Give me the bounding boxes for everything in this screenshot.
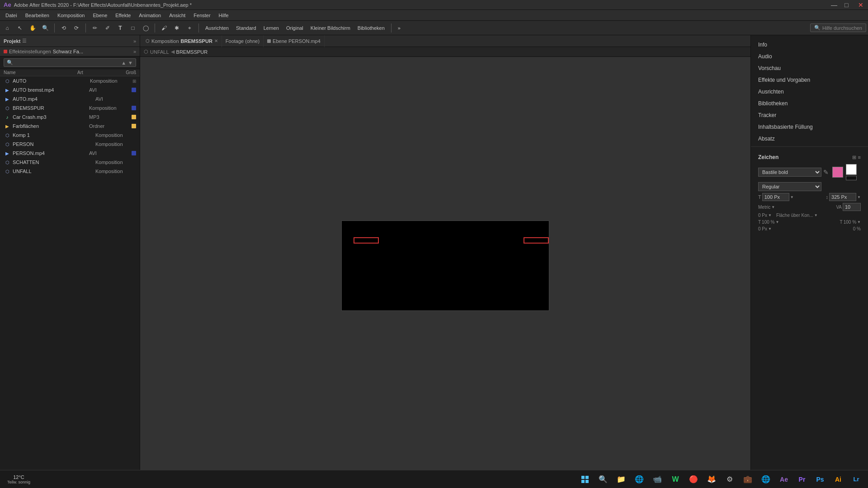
standard-button[interactable]: Standard [233,25,259,31]
ellipse-tool[interactable]: ◯ [140,23,151,33]
transparent-swatch[interactable] [846,176,857,180]
font-style-select[interactable]: Regular [758,182,821,191]
app6-button[interactable]: 🔴 [685,471,702,488]
zeichen-header[interactable]: Zeichen ⊞ ≡ [755,152,864,162]
menu-ebene[interactable]: Ebene [89,12,111,19]
bibliotheken-right-item[interactable]: Bibliotheken [751,98,868,109]
text-color-swatch[interactable] [832,167,843,178]
file-item-auto-bremst[interactable]: ▶ AUTO bremst.mp4 AVI [0,85,140,94]
lr-button[interactable]: Lr [848,471,864,488]
menu-effekte[interactable]: Effekte [112,12,134,19]
breadcrumb-bremsspur[interactable]: BREMSSPUR [176,49,208,55]
search-taskbar-button[interactable]: 🔍 [595,471,611,488]
tab-label-komposition: Komposition [151,38,179,44]
sort-up-icon[interactable]: ▲ [121,60,126,66]
file-item-farbflachen[interactable]: ▶ Farbflächen Ordner [0,122,140,131]
file-item-schatten[interactable]: ⬡ SCHATTEN Komposition [0,158,140,167]
menu-hilfe[interactable]: Hilfe [215,12,232,19]
font-size-input[interactable] [762,193,789,201]
file-item-carcrash[interactable]: ♪ Car Crash.mp3 MP3 [0,113,140,122]
video-app-button[interactable]: 📹 [649,471,665,488]
zeichen-grid-icon[interactable]: ⊞ [852,155,856,160]
file-color-swatch [132,115,136,119]
start-button[interactable] [577,471,593,488]
file-explorer-button[interactable]: 📁 [613,471,629,488]
file-item-komp1[interactable]: ⬡ Komp 1 Komposition [0,131,140,140]
line-height-input[interactable] [829,193,856,201]
menu-bearbeiten[interactable]: Bearbeiten [22,12,53,19]
tab-close-comp[interactable]: ✕ [214,38,218,43]
project-expand[interactable]: » [133,38,136,44]
paint-tool[interactable]: 🖌 [159,23,170,33]
original-button[interactable]: Original [283,25,306,31]
pen-tool[interactable]: ✏ [90,23,100,33]
audio-item[interactable]: Audio [751,51,868,62]
stroke-color-swatch[interactable] [846,164,857,175]
file-item-person-mp4[interactable]: ▶ PERSON.mp4 AVI [0,149,140,158]
chrome-button[interactable]: 🌐 [631,471,647,488]
ausrichten-button[interactable]: Ausrichten [203,25,231,31]
menu-animation[interactable]: Animation [135,12,165,19]
close-button[interactable]: ✕ [858,2,864,8]
vorschau-item[interactable]: Vorschau [751,62,868,74]
toolbar-expand[interactable]: » [395,25,403,31]
effekte-vorgaben-item[interactable]: Effekte und Vorgaben [751,74,868,86]
bibliotheken-button[interactable]: Bibliotheken [355,25,387,31]
menu-datei[interactable]: Datei [2,12,21,19]
minimize-button[interactable]: — [831,2,837,8]
file-item-person[interactable]: ⬡ PERSON Komposition [0,140,140,149]
zeichen-expand-icon[interactable]: ≡ [858,155,861,160]
rect-tool[interactable]: □ [127,23,138,33]
effect-expand[interactable]: » [133,49,136,54]
select-tool[interactable]: ↖ [14,23,25,33]
tab-ebene[interactable]: Ebene PERSON.mp4 [264,35,325,47]
hand-tool[interactable]: ✋ [27,23,38,33]
ps-button[interactable]: Ps [812,471,828,488]
font-select[interactable]: Bastile bold [758,168,821,177]
firefox-button[interactable]: 🦊 [703,471,720,488]
kleiner-bildschirm-button[interactable]: Kleiner Bildschirm [308,25,353,31]
zoom-tool[interactable]: 🔍 [40,23,51,33]
whatsapp-button[interactable]: W [667,471,684,488]
taskbar: 12°C Teilw. sonnig 🔍 📁 🌐 📹 W 🔴 🦊 [0,470,868,488]
tab-komposition[interactable]: ⬡ Komposition BREMSSPUR ✕ [142,35,222,47]
file-item-unfall[interactable]: ⬡ UNFALL Komposition [0,167,140,176]
home-tool[interactable]: ⌂ [2,23,13,33]
file-item-bremsspur[interactable]: ⬡ BREMSSPUR Komposition [0,103,140,113]
rotate-cw-tool[interactable]: ⟳ [71,23,82,33]
pr-button[interactable]: Pr [794,471,810,488]
tab-footage[interactable]: Footage (ohne) [222,35,264,47]
add-vertex-tool[interactable]: ✐ [102,23,113,33]
project-menu-icon[interactable]: ☰ [22,38,27,44]
breadcrumb-left-icon[interactable]: ⬡ [144,49,148,55]
sort-down-icon[interactable]: ▼ [128,60,133,66]
inhaltsbasierte-item[interactable]: Inhaltsbasierte Füllung [751,121,868,133]
clone-tool[interactable]: ✱ [171,23,182,33]
kerning-input[interactable] [843,203,861,211]
ausrichten-right-item[interactable]: Ausrichten [751,86,868,98]
font-edit-icon[interactable]: ✎ [823,169,829,176]
puppet-tool[interactable]: ⌖ [184,23,195,33]
lernen-button[interactable]: Lernen [261,25,282,31]
file-item-auto-mp4[interactable]: ▶ AUTO.mp4 AVI [0,94,140,103]
breadcrumb-unfall[interactable]: UNFALL [150,49,169,55]
menu-komposition[interactable]: Komposition [54,12,89,19]
info-item[interactable]: Info [751,39,868,51]
app8-button[interactable]: ⚙ [722,471,738,488]
folder-icon: ▶ [4,122,11,130]
ai-button[interactable]: Ai [830,471,846,488]
search-input[interactable] [15,60,119,66]
menu-fenster[interactable]: Fenster [190,12,214,19]
filemanager-button[interactable]: 💼 [740,471,756,488]
app10-button[interactable]: 🌐 [758,471,774,488]
ae-button[interactable]: Ae [776,471,792,488]
absatz-item[interactable]: Absatz [751,133,868,145]
text-tool[interactable]: T [115,23,126,33]
menu-ansicht[interactable]: Ansicht [165,12,189,19]
tracker-item[interactable]: Tracker [751,109,868,121]
toolbar-search-input[interactable]: Hilfe durchsuchen [822,25,862,31]
app6-icon: 🔴 [689,475,698,483]
file-item-auto[interactable]: ⬡ AUTO Komposition ⊞ [0,76,140,85]
rotate-ccw-tool[interactable]: ⟲ [58,23,69,33]
maximize-button[interactable]: □ [844,2,851,8]
